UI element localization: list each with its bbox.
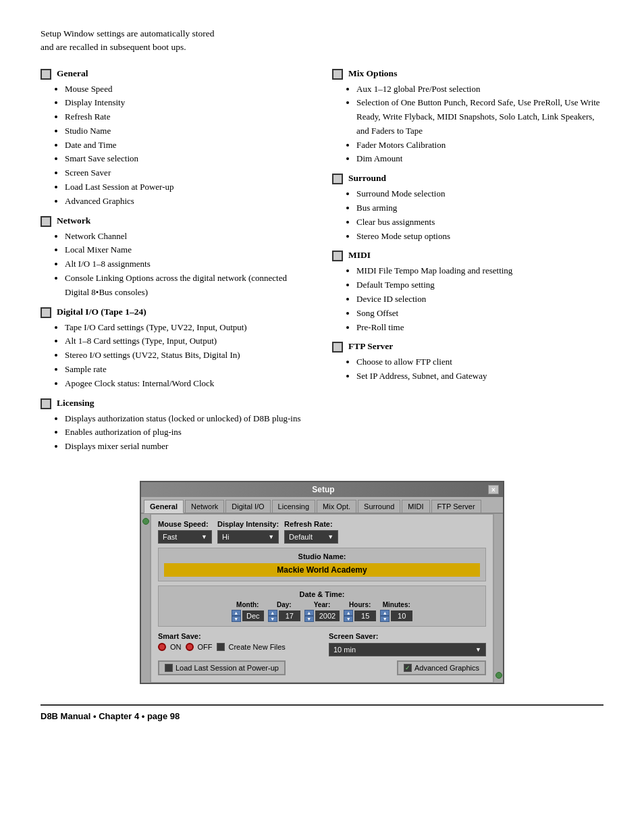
hours-up-btn[interactable]: ▲ (344, 610, 353, 616)
advanced-graphics-button[interactable]: ✓ Advanced Graphics (397, 660, 486, 675)
list-item: Studio Name (65, 124, 312, 138)
list-item: Selection of One Button Punch, Record Sa… (356, 96, 603, 138)
year-down-btn[interactable]: ▼ (304, 616, 314, 622)
dialog-body: Mouse Speed: Fast ▼ Display Intensity: H… (151, 514, 493, 683)
advanced-graphics-label: Advanced Graphics (414, 664, 479, 672)
mouse-speed-arrow: ▼ (201, 533, 207, 540)
bottom-options-row: Load Last Session at Power-up ✓ Advanced… (158, 660, 486, 675)
footer: D8B Manual • Chapter 4 • page 98 (41, 704, 603, 722)
month-down-btn[interactable]: ▼ (232, 616, 241, 622)
year-spinner: ▲ ▼ 2002 (304, 610, 340, 622)
licensing-list: Displays authorization status (locked or… (41, 412, 312, 454)
right-column: Mix Options Aux 1–12 global Pre/Post sel… (332, 68, 603, 461)
hours-down-btn[interactable]: ▼ (344, 616, 353, 622)
list-item: Tape I/O Card settings (Type, UV22, Inpu… (65, 321, 312, 335)
list-item: Smart Save selection (65, 152, 312, 166)
tab-surround[interactable]: Surround (358, 500, 400, 513)
list-item: Pre-Roll time (356, 321, 603, 335)
day-field: Day: ▲ ▼ 17 (268, 601, 300, 622)
display-intensity-arrow: ▼ (268, 533, 274, 540)
section-ftp-server: FTP Server Choose to allow FTP client Se… (332, 341, 603, 384)
list-item: Enables authorization of plug-ins (65, 425, 312, 440)
list-item: Surround Mode selection (356, 187, 603, 201)
minutes-up-btn[interactable]: ▲ (380, 610, 390, 616)
smart-save-row: Smart Save: ON OFF Create New Files Scre… (158, 632, 486, 656)
on-radio[interactable] (158, 643, 166, 651)
hours-field: Hours: ▲ ▼ 15 (344, 601, 376, 622)
tab-digital-io[interactable]: Digital I/O (225, 500, 270, 513)
year-up-btn[interactable]: ▲ (304, 610, 314, 616)
datetime-fields: Month: ▲ ▼ Dec Day: (164, 601, 480, 622)
minutes-down-btn[interactable]: ▼ (380, 616, 390, 622)
tab-mix-opt[interactable]: Mix Opt. (317, 500, 356, 513)
tab-network[interactable]: Network (185, 500, 224, 513)
ftp-server-title: FTP Server (348, 341, 393, 352)
list-item: Refresh Rate (65, 110, 312, 124)
footer-text: D8B Manual • Chapter 4 • page 98 (41, 711, 180, 721)
list-item: Alt I/O 1–8 assignments (65, 257, 312, 271)
tab-midi[interactable]: MIDI (402, 500, 429, 513)
list-item: Aux 1–12 global Pre/Post selection (356, 82, 603, 97)
mouse-speed-value: Fast (163, 533, 177, 541)
refresh-rate-label: Refresh Rate: (284, 520, 338, 528)
network-checkbox (41, 216, 51, 227)
studio-name-label: Studio Name: (164, 552, 480, 561)
datetime-section: Date & Time: Month: ▲ ▼ Dec (158, 585, 486, 627)
day-spinner-arrows: ▲ ▼ (268, 610, 277, 622)
left-indicator-dot (142, 518, 149, 525)
mouse-speed-label: Mouse Speed: (158, 520, 212, 528)
load-last-session-checkbox (165, 664, 173, 672)
year-field: Year: ▲ ▼ 2002 (304, 601, 340, 622)
list-item: Displays authorization status (locked or… (65, 412, 312, 426)
list-item: Fader Motors Calibration (356, 138, 603, 153)
list-item: Choose to allow FTP client (356, 355, 603, 369)
general-checkbox (41, 69, 51, 80)
list-item: Screen Saver (65, 166, 312, 180)
section-general: General Mouse Speed Display Intensity Re… (41, 68, 312, 209)
tab-ftp-server[interactable]: FTP Server (431, 500, 481, 513)
day-up-btn[interactable]: ▲ (268, 610, 277, 616)
dialog-title: Setup (159, 485, 488, 494)
midi-title: MIDI (348, 250, 371, 261)
list-item: Set IP Address, Subnet, and Gateway (356, 369, 603, 384)
month-spinner-arrows: ▲ ▼ (232, 610, 241, 622)
minutes-spinner-arrows: ▲ ▼ (380, 610, 390, 622)
list-item: Mouse Speed (65, 82, 312, 97)
midi-checkbox (332, 251, 343, 261)
list-item: Date and Time (65, 138, 312, 153)
list-item: Console Linking Options across the digit… (65, 271, 312, 300)
intro-line1: Setup Window settings are automatically … (41, 28, 215, 38)
smart-save-block: Smart Save: ON OFF Create New Files (158, 632, 315, 651)
list-item: Load Last Session at Power-up (65, 180, 312, 194)
screen-saver-select[interactable]: 10 min ▼ (329, 643, 486, 656)
off-radio[interactable] (186, 643, 194, 651)
setup-dialog-wrapper: Setup × General Network Digital I/O Lice… (41, 481, 603, 684)
list-item: Clear bus assignments (356, 215, 603, 230)
tab-general[interactable]: General (144, 500, 184, 513)
display-intensity-select[interactable]: Hi ▼ (217, 530, 279, 544)
tab-licensing[interactable]: Licensing (272, 500, 315, 513)
dialog-tabs: General Network Digital I/O Licensing Mi… (141, 497, 503, 514)
datetime-label: Date & Time: (164, 590, 480, 598)
list-item: Display Intensity (65, 96, 312, 110)
mix-options-checkbox (332, 69, 343, 80)
day-label: Day: (277, 601, 292, 608)
mouse-speed-select[interactable]: Fast ▼ (158, 530, 212, 544)
hours-spinner: ▲ ▼ 15 (344, 610, 376, 622)
refresh-rate-select[interactable]: Default ▼ (284, 530, 338, 544)
refresh-rate-group: Refresh Rate: Default ▼ (284, 520, 338, 544)
list-item: MIDI File Tempo Map loading and resettin… (356, 264, 603, 278)
load-last-session-button[interactable]: Load Last Session at Power-up (158, 660, 286, 675)
create-new-files-checkbox[interactable] (217, 643, 225, 651)
dialog-close-button[interactable]: × (488, 485, 499, 494)
day-down-btn[interactable]: ▼ (268, 616, 277, 622)
section-network: Network Network Channel Local Mixer Name… (41, 215, 312, 300)
dialog-body-wrapper: Mouse Speed: Fast ▼ Display Intensity: H… (141, 514, 503, 683)
list-item: Song Offset (356, 307, 603, 321)
month-up-btn[interactable]: ▲ (232, 610, 241, 616)
network-list: Network Channel Local Mixer Name Alt I/O… (41, 230, 312, 300)
right-indicator-dot (495, 672, 502, 679)
minutes-label: Minutes: (383, 601, 410, 608)
studio-name-value[interactable]: Mackie World Academy (164, 563, 480, 577)
create-new-files-label: Create New Files (229, 643, 286, 651)
